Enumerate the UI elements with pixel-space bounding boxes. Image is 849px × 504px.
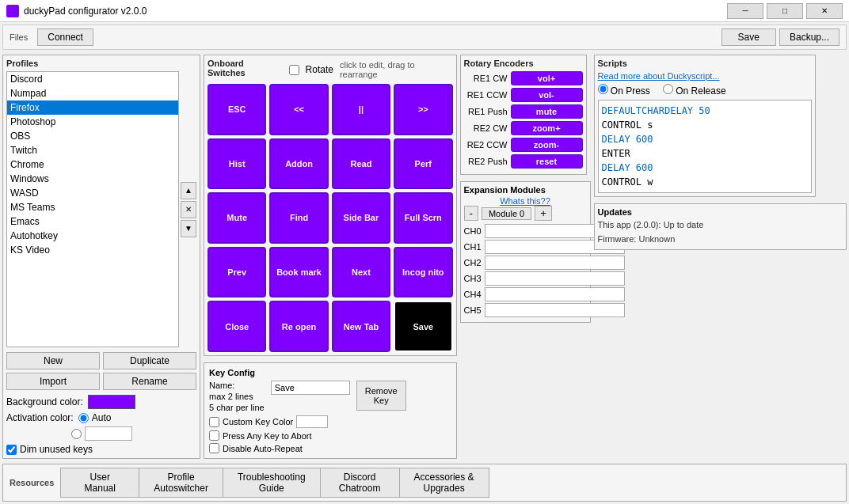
title-bar: duckyPad configurator v2.0.0 ─ □ ✕ [0, 0, 849, 22]
profile-item[interactable]: Twitch [7, 143, 178, 157]
key-button[interactable]: Incog nito [394, 247, 452, 298]
profile-down-button[interactable]: ▼ [181, 220, 196, 237]
disable-auto-repeat-checkbox[interactable] [209, 443, 219, 453]
key-name-input[interactable] [271, 381, 350, 395]
key-button[interactable]: Next [332, 247, 390, 298]
connect-button[interactable]: Connect [37, 28, 93, 46]
profile-item[interactable]: Photoshop [7, 115, 178, 129]
key-button[interactable]: Addon [269, 138, 328, 190]
bg-color-picker[interactable] [88, 395, 135, 409]
script-line: DELAY 600 [602, 132, 808, 146]
key-button[interactable]: New Tab [332, 301, 390, 352]
ch-row: CH3 [464, 271, 587, 286]
resource-btn-0[interactable]: UserManual [60, 468, 139, 498]
ch-row: CH4 [464, 287, 587, 301]
key-button[interactable]: Read [332, 138, 390, 190]
script-line: CONTROL w [602, 175, 808, 189]
duckyscript-link[interactable]: Read more about Duckyscript... [598, 71, 812, 81]
resource-btn-1[interactable]: ProfileAutoswitcher [139, 468, 223, 498]
ch-label-0: CH0 [464, 226, 482, 236]
profile-item[interactable]: Emacs [7, 214, 178, 229]
on-press-radio-label[interactable]: On Press [598, 84, 650, 97]
rotary-value-btn-4[interactable]: zoom- [511, 138, 583, 152]
expansion-minus-button[interactable]: - [464, 206, 478, 221]
duplicate-profile-button[interactable]: Duplicate [103, 352, 196, 369]
profile-item[interactable]: KS Video [7, 243, 178, 257]
profile-item[interactable]: Numpad [7, 86, 178, 100]
app-icon [6, 5, 19, 17]
maximize-button[interactable]: □ [767, 3, 803, 19]
activation-auto-radio[interactable] [78, 413, 89, 423]
rotary-value-btn-3[interactable]: zoom+ [511, 121, 583, 135]
resource-btn-3[interactable]: DiscordChatroom [321, 468, 400, 498]
profile-up-button[interactable]: ▲ [181, 182, 196, 199]
key-button[interactable]: Prev [207, 247, 266, 298]
profile-x-button[interactable]: ✕ [181, 201, 196, 218]
remove-key-button[interactable]: RemoveKey [356, 381, 406, 411]
import-profile-button[interactable]: Import [6, 373, 100, 390]
expansion-plus-button[interactable]: + [535, 206, 552, 221]
profile-item[interactable]: Windows [7, 172, 178, 186]
whats-this-link[interactable]: Whats this?? [464, 196, 587, 206]
key-button[interactable]: Hist [207, 138, 266, 190]
on-release-radio-label[interactable]: On Release [663, 84, 726, 97]
expansion-module-button[interactable]: Module 0 [482, 207, 531, 220]
app-title: duckyPad configurator v2.0.0 [24, 6, 147, 17]
key-button[interactable]: Save [394, 301, 452, 352]
profile-item[interactable]: Chrome [7, 157, 178, 172]
key-button[interactable]: Full Scrn [394, 192, 452, 244]
on-press-radio[interactable] [598, 84, 608, 94]
rotary-value-btn-5[interactable]: reset [511, 154, 583, 169]
new-profile-button[interactable]: New [6, 352, 100, 369]
script-line: DELAY 600 [602, 161, 808, 175]
key-button[interactable]: Side Bar [332, 192, 390, 244]
rotary-value-btn-0[interactable]: vol+ [511, 71, 583, 85]
ch-label-1: CH1 [464, 242, 482, 252]
ch-label-4: CH4 [464, 290, 482, 299]
rotate-checkbox[interactable] [289, 65, 299, 75]
key-name-sub1: max 2 lines [209, 392, 265, 401]
activation-color-input[interactable] [85, 426, 132, 441]
save-button[interactable]: Save [721, 28, 776, 46]
key-button[interactable]: Perf [394, 138, 452, 190]
profile-item[interactable]: OBS [7, 129, 178, 143]
resource-btn-2[interactable]: TroubleshootingGuide [223, 468, 321, 498]
backup-button[interactable]: Backup... [779, 28, 839, 46]
scripts-editor[interactable]: DEFAULTCHARDELAY 50CONTROL sDELAY 600ENT… [598, 100, 812, 193]
profile-item[interactable]: WASD [7, 186, 178, 200]
close-button[interactable]: ✕ [806, 3, 843, 19]
profile-item[interactable]: Firefox [7, 100, 178, 115]
dim-unused-label: Dim unused keys [20, 444, 93, 455]
rotate-label: Rotate [306, 64, 333, 75]
key-button[interactable]: Mute [207, 192, 266, 244]
profile-item[interactable]: Discord [7, 72, 178, 86]
on-release-radio[interactable] [663, 84, 673, 94]
key-button[interactable]: ESC [207, 84, 266, 135]
custom-key-color-checkbox[interactable] [209, 417, 219, 427]
profile-item[interactable]: Autohotkey [7, 229, 178, 243]
profile-item[interactable]: MS Teams [7, 200, 178, 214]
rename-profile-button[interactable]: Rename [103, 373, 196, 390]
scripts-title: Scripts [598, 59, 812, 68]
key-button[interactable]: Re open [269, 301, 328, 352]
dim-unused-checkbox[interactable] [6, 445, 17, 455]
resources-bar: Resources UserManualProfileAutoswitcherT… [2, 464, 847, 502]
rotary-value-btn-2[interactable]: mute [511, 104, 583, 119]
activation-custom-radio[interactable] [71, 429, 82, 439]
key-button[interactable]: >> [394, 84, 452, 135]
press-any-key-checkbox[interactable] [209, 430, 219, 441]
minimize-button[interactable]: ─ [727, 3, 763, 19]
key-button[interactable]: Close [207, 301, 266, 352]
rotary-label-0: RE1 CW [464, 74, 508, 83]
key-button[interactable]: Find [269, 192, 328, 244]
custom-color-preview[interactable] [296, 415, 328, 428]
profiles-list[interactable]: DiscordNumpadFirefoxPhotoshopOBSTwitchCh… [6, 71, 179, 347]
resource-btn-4[interactable]: Accessories &Upgrades [400, 468, 489, 498]
key-button[interactable]: || [332, 84, 390, 135]
rotary-value-btn-1[interactable]: vol- [511, 88, 583, 102]
ch-row: CH0 [464, 224, 587, 238]
rotary-label-2: RE1 Push [464, 107, 508, 116]
onboard-hint: click to edit, drag to rearrange [340, 60, 453, 79]
key-button[interactable]: Book mark [269, 247, 328, 298]
key-button[interactable]: << [269, 84, 328, 135]
